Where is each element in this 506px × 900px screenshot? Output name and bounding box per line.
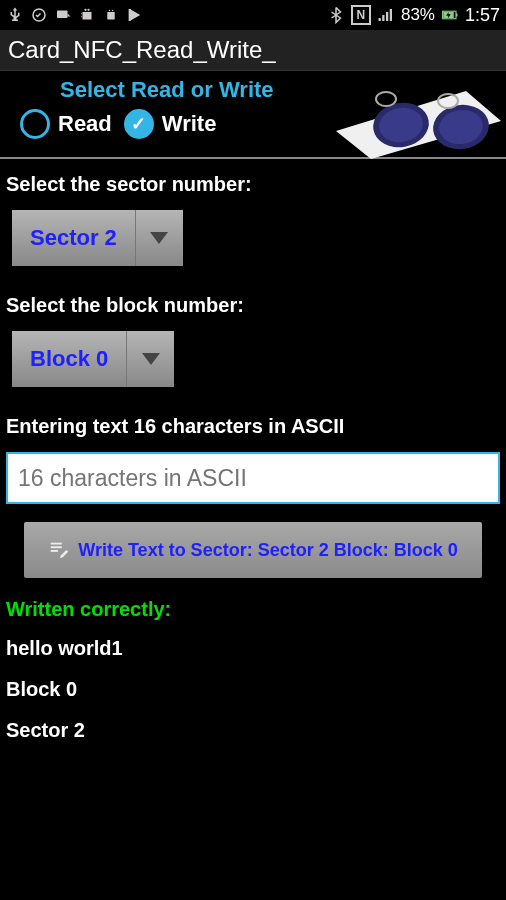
svg-rect-16 (456, 14, 458, 17)
radio-read-label: Read (58, 111, 112, 137)
input-label: Entering text 16 characters in ASCII (0, 415, 506, 438)
chevron-down-icon (126, 331, 174, 387)
svg-marker-24 (150, 232, 168, 244)
result-status: Written correctly: (0, 598, 506, 621)
sector-label: Select the sector number: (0, 173, 506, 196)
bluetooth-icon (327, 6, 345, 24)
radio-write-label: Write (162, 111, 217, 137)
play-icon (126, 6, 144, 24)
radio-read-indicator (20, 109, 50, 139)
svg-marker-25 (142, 353, 160, 365)
svg-rect-7 (107, 12, 115, 20)
svg-point-3 (84, 9, 86, 11)
block-spinner[interactable]: Block 0 (12, 331, 174, 387)
battery-icon (441, 6, 459, 24)
svg-point-8 (109, 10, 111, 12)
result-line-1: Block 0 (0, 678, 506, 701)
signal-icon (377, 6, 395, 24)
svg-rect-13 (390, 9, 392, 21)
write-button[interactable]: Write Text to Sector: Sector 2 Block: Bl… (24, 522, 482, 578)
android-icon (102, 6, 120, 24)
svg-rect-12 (386, 12, 388, 21)
svg-rect-1 (57, 11, 68, 19)
app-title: Card_NFC_Read_Write_ (0, 30, 506, 71)
notification-icon (54, 6, 72, 24)
svg-rect-11 (382, 15, 384, 21)
svg-point-9 (112, 10, 114, 12)
sector-spinner[interactable]: Sector 2 (12, 210, 183, 266)
battery-percent: 83% (401, 5, 435, 25)
svg-rect-28 (51, 550, 58, 552)
write-icon (48, 539, 70, 561)
svg-rect-27 (51, 546, 62, 548)
nfc-tags-image (326, 81, 506, 161)
radio-write-indicator (124, 109, 154, 139)
header-section: Select Read or Write Read Write (0, 71, 506, 149)
debug-icon (78, 6, 96, 24)
svg-point-4 (87, 9, 89, 11)
radio-write[interactable]: Write (124, 109, 217, 139)
write-button-label: Write Text to Sector: Sector 2 Block: Bl… (78, 540, 457, 561)
result-line-0: hello world1 (0, 637, 506, 660)
status-bar: N 83% 1:57 (0, 0, 506, 30)
svg-point-20 (376, 92, 396, 106)
ascii-input[interactable] (6, 452, 500, 504)
usb-icon (6, 6, 24, 24)
chevron-down-icon (135, 210, 183, 266)
block-value: Block 0 (12, 331, 126, 387)
clock: 1:57 (465, 5, 500, 26)
svg-rect-2 (83, 12, 92, 20)
result-line-2: Sector 2 (0, 719, 506, 742)
block-label: Select the block number: (0, 294, 506, 317)
sector-value: Sector 2 (12, 210, 135, 266)
svg-rect-26 (51, 543, 62, 545)
nfc-icon: N (351, 5, 371, 25)
svg-rect-10 (378, 18, 380, 21)
sync-icon (30, 6, 48, 24)
radio-read[interactable]: Read (20, 109, 112, 139)
